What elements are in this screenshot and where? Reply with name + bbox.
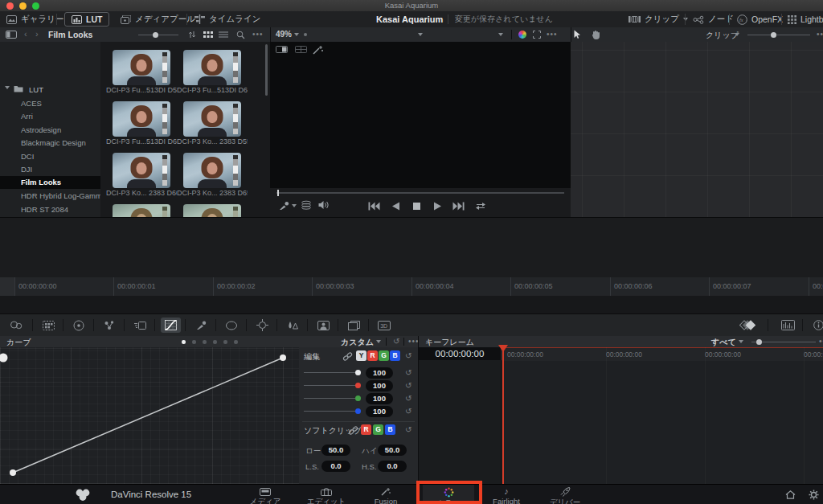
node-options-menu[interactable]: •• <box>817 30 823 39</box>
split-screen-icon[interactable] <box>295 46 307 53</box>
blue-value[interactable]: 100 <box>366 406 393 417</box>
qualifier-icon[interactable] <box>186 314 215 336</box>
viewer-dropdown-chevron-icon[interactable] <box>418 33 423 36</box>
color-wheels-icon[interactable] <box>64 314 93 336</box>
node-view-chevron-icon[interactable] <box>735 33 739 36</box>
luma-value[interactable]: 100 <box>366 367 393 379</box>
play-reverse-icon[interactable] <box>391 202 400 211</box>
low-soft-value[interactable]: 0.0 <box>321 461 350 472</box>
custom-curve[interactable] <box>0 347 299 484</box>
blue-slider-knob[interactable] <box>355 408 361 414</box>
power-window-icon[interactable] <box>217 314 246 336</box>
media-pool-button[interactable]: メディアプール <box>121 11 195 27</box>
keyframe-stack-icon[interactable] <box>733 314 762 336</box>
rgb-mixer-icon[interactable] <box>95 314 124 336</box>
node-graph-panel[interactable] <box>571 42 823 217</box>
sidebar-toggle-icon[interactable] <box>6 31 17 39</box>
red-slider-knob[interactable] <box>355 383 361 388</box>
luma-slider[interactable] <box>304 372 358 373</box>
green-value[interactable]: 100 <box>366 393 393 404</box>
color-boost-icon[interactable] <box>518 31 526 39</box>
keyframe-zoom-slider-knob[interactable] <box>756 339 762 345</box>
viewer-options-menu[interactable]: ••• <box>547 30 558 39</box>
lightbox-button[interactable]: Lightbox <box>788 11 823 27</box>
sidebar-item-hdr-hybrid-log-gamma[interactable]: HDR Hybrid Log-Gamma <box>21 191 101 200</box>
clips-strip-empty[interactable] <box>0 217 823 278</box>
channel-g-button[interactable]: G <box>379 350 389 361</box>
red-slider[interactable] <box>304 385 358 386</box>
edit-reset-icon[interactable]: ↺ <box>405 351 412 360</box>
curves-page-dot[interactable] <box>213 340 217 344</box>
green-slider[interactable] <box>304 398 358 399</box>
curves-icon[interactable] <box>156 314 185 336</box>
nodes-button[interactable]: ノード <box>693 11 734 27</box>
curve-point-high[interactable] <box>280 354 286 361</box>
thumbnail-size-slider-knob[interactable] <box>153 32 158 38</box>
cursor-tool-icon[interactable] <box>574 30 581 39</box>
sidebar-item-hdr-st-2084[interactable]: HDR ST 2084 <box>21 205 68 214</box>
curve-point-low[interactable] <box>10 469 16 476</box>
eyedropper-icon[interactable] <box>279 200 289 211</box>
lut-thumbnail[interactable] <box>113 50 170 85</box>
list-view-icon[interactable] <box>219 31 228 38</box>
tracker-icon[interactable] <box>248 314 276 336</box>
sidebar-item-arri[interactable]: Arri <box>21 112 33 121</box>
channel-y-button[interactable]: Y <box>356 350 366 361</box>
channel-b-button[interactable]: B <box>390 350 400 361</box>
lut-panel-button[interactable]: LUT <box>64 12 109 27</box>
curves-page-dot[interactable] <box>223 340 227 344</box>
curves-page-dot[interactable] <box>203 340 207 344</box>
gang-link-icon[interactable] <box>342 352 353 361</box>
node-zoom-slider[interactable] <box>747 35 810 35</box>
blue-slider[interactable] <box>304 411 358 412</box>
grid-view-icon[interactable] <box>203 31 213 38</box>
sidebar-item-dji[interactable]: DJI <box>21 165 32 174</box>
sidebar-item-blackmagic-design[interactable]: Blackmagic Design <box>21 138 86 147</box>
curves-reset-icon[interactable]: ↺ <box>393 337 399 346</box>
green-reset-icon[interactable]: ↺ <box>405 394 412 403</box>
lut-thumbnail[interactable] <box>113 153 170 188</box>
viewer-playhead[interactable] <box>277 190 279 196</box>
softclip-reset-icon[interactable]: ↺ <box>405 425 412 434</box>
keyframe-playhead-line[interactable] <box>502 350 504 484</box>
viewer-zoom-chevron-icon[interactable] <box>294 33 299 36</box>
softclip-b-button[interactable]: B <box>385 424 395 435</box>
keyframe-options-menu[interactable]: •• <box>819 337 823 346</box>
viewer-panel[interactable] <box>270 42 571 188</box>
hand-tool-icon[interactable] <box>592 30 600 39</box>
sort-icon[interactable] <box>188 31 196 39</box>
sidebar-item-astrodesign[interactable]: Astrodesign <box>21 125 61 134</box>
color-match-icon[interactable] <box>34 314 63 336</box>
keyframe-filter-chevron-icon[interactable] <box>739 340 743 343</box>
stop-icon[interactable] <box>412 202 421 211</box>
tab-media[interactable]: メディア <box>240 485 291 504</box>
thumbnail-size-slider[interactable] <box>138 35 178 35</box>
softclip-link-icon[interactable] <box>348 426 358 435</box>
high-soft-value[interactable]: 0.0 <box>378 461 407 472</box>
tab-edit[interactable]: エディット <box>301 485 352 504</box>
softclip-r-button[interactable]: R <box>361 424 371 435</box>
tree-expand-chevron-icon[interactable] <box>5 86 10 89</box>
node-zoom-slider-knob[interactable] <box>771 32 776 38</box>
forward-button[interactable]: › <box>35 29 39 39</box>
red-value[interactable]: 100 <box>366 380 393 391</box>
back-button[interactable]: ‹ <box>24 29 27 39</box>
curves-preset-chevron-icon[interactable] <box>376 340 381 343</box>
curves-page-dot[interactable] <box>234 340 238 344</box>
red-reset-icon[interactable]: ↺ <box>405 381 412 390</box>
node-view-mode[interactable]: クリップ <box>706 30 739 41</box>
low-value[interactable]: 50.0 <box>321 445 350 456</box>
luma-reset-icon[interactable]: ↺ <box>405 368 412 377</box>
stereo-3d-icon[interactable]: 3D <box>370 314 399 336</box>
expand-viewer-icon[interactable] <box>533 31 541 39</box>
key-icon[interactable] <box>309 314 338 336</box>
skip-to-end-icon[interactable] <box>452 202 465 211</box>
lut-thumbnail[interactable] <box>183 101 241 137</box>
curves-page-dot[interactable] <box>192 340 196 344</box>
softclip-g-button[interactable]: G <box>373 424 383 435</box>
sidebar-root-lut[interactable]: LUT <box>29 85 43 94</box>
sidebar-item-dci[interactable]: DCI <box>21 152 34 161</box>
viewer-dropdown2-chevron-icon[interactable] <box>498 33 503 36</box>
camera-raw-icon[interactable] <box>2 314 31 336</box>
channel-r-button[interactable]: R <box>367 350 378 361</box>
